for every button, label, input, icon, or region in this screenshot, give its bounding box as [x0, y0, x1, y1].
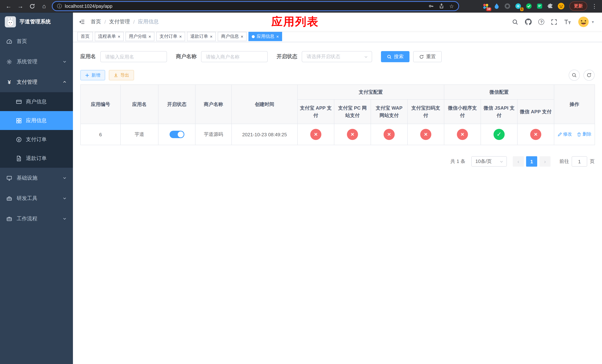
tab-label: 流程表单: [98, 33, 116, 40]
tab-process-form[interactable]: 流程表单 ×: [95, 32, 124, 41]
tab-close-icon[interactable]: ×: [241, 34, 243, 39]
share-icon[interactable]: [439, 3, 444, 9]
extensions-puzzle-icon[interactable]: [547, 2, 554, 10]
extension-green-square-icon[interactable]: [536, 2, 543, 10]
refresh-table-button[interactable]: [583, 70, 595, 81]
next-page-button[interactable]: ›: [539, 156, 550, 167]
tab-user-group[interactable]: 用户分组 ×: [126, 32, 154, 41]
sidebar-item-refund-orders[interactable]: 退款订单: [0, 149, 73, 168]
prev-page-button[interactable]: ‹: [513, 156, 524, 167]
merchant-name-input[interactable]: [201, 51, 268, 62]
chevron-up-icon: [63, 80, 67, 84]
navbar-actions: ? ▾: [509, 13, 602, 31]
table-toolbar: 新增 导出: [80, 70, 595, 81]
pagination-jumper: 前往 页: [559, 156, 595, 167]
green-note-icon: [536, 3, 543, 9]
sidebar-item-label: 退款订单: [26, 155, 47, 162]
sidebar-collapse-button[interactable]: [73, 13, 91, 31]
col-app-id: 应用编号: [81, 85, 120, 124]
tab-close-icon[interactable]: ×: [276, 34, 279, 39]
github-link[interactable]: [522, 13, 535, 31]
font-size-button[interactable]: [561, 13, 574, 31]
chevron-down-icon: [63, 196, 67, 200]
tab-pay-orders[interactable]: 支付订单 ×: [156, 32, 185, 41]
breadcrumb-section[interactable]: 支付管理: [109, 19, 130, 25]
add-button[interactable]: 新增: [80, 70, 105, 80]
sidebar-item-app-info[interactable]: 应用信息: [0, 111, 73, 130]
page-size-select[interactable]: 10条/页: [471, 156, 507, 167]
sidebar-item-pay-orders[interactable]: 支付订单: [0, 130, 73, 149]
help-button[interactable]: ?: [535, 13, 548, 31]
extension-colorful-icon[interactable]: 10: [482, 2, 489, 10]
refresh-icon: [586, 73, 592, 78]
sidebar-item-dev-tools[interactable]: 研发工具: [0, 188, 73, 208]
tab-close-icon[interactable]: ×: [210, 34, 213, 39]
sidebar-item-payment[interactable]: ¥ 支付管理: [0, 72, 73, 92]
extension-green-circle-icon[interactable]: [525, 2, 532, 10]
home-button[interactable]: ⌂: [39, 1, 49, 11]
extension-blue-icon[interactable]: [493, 2, 500, 10]
browser-menu-icon[interactable]: ⋮: [591, 3, 598, 10]
tab-app-info[interactable]: 应用信息 ×: [248, 32, 282, 41]
password-key-icon[interactable]: [429, 3, 434, 9]
sidebar-item-workflow[interactable]: 工作流程: [0, 208, 73, 229]
breadcrumb-home[interactable]: 首页: [91, 19, 101, 25]
reset-button[interactable]: 重置: [413, 51, 442, 62]
reload-icon: [29, 3, 35, 9]
chrome-update-button[interactable]: 更新: [570, 1, 587, 11]
status-toggle-on[interactable]: [169, 131, 184, 138]
sidebar-menu: 首页 系统管理 ¥ 支付管理: [0, 31, 73, 229]
bookmark-star-icon[interactable]: ☆: [449, 3, 454, 9]
goto-page-input[interactable]: [572, 156, 587, 167]
tab-close-icon[interactable]: ×: [149, 34, 151, 39]
app-name-input[interactable]: [100, 51, 167, 62]
sidebar-logo[interactable]: 芋道管理系统: [0, 13, 73, 31]
delete-button[interactable]: 删除: [577, 131, 591, 138]
blue-drop-icon: [493, 3, 500, 9]
search-button[interactable]: 搜索: [381, 51, 409, 62]
url-bar[interactable]: ⓘ localhost:1024/pay/app ☆: [52, 1, 459, 11]
sidebar-item-home[interactable]: 首页: [0, 31, 73, 52]
header-search-button[interactable]: [509, 13, 522, 31]
col-status: 开启状态: [158, 85, 195, 124]
extension-teal-icon[interactable]: 1: [514, 2, 522, 10]
extension-dark-icon[interactable]: [504, 2, 511, 10]
browser-profile-avatar[interactable]: [557, 2, 565, 10]
sidebar-item-merchant-info[interactable]: 商户信息: [0, 92, 73, 111]
annotation-app-list: 应用列表: [271, 14, 319, 30]
fullscreen-icon: [551, 19, 557, 25]
forward-button[interactable]: →: [16, 1, 25, 11]
tab-close-icon[interactable]: ×: [179, 34, 182, 39]
edit-button[interactable]: 修改: [557, 131, 572, 138]
fullscreen-button[interactable]: [548, 13, 561, 31]
breadcrumb-separator: /: [133, 19, 135, 25]
green-circle-check-icon: [526, 3, 532, 9]
cell-actions: 修改 删除: [554, 124, 595, 145]
check-circle-icon: ✓: [494, 129, 505, 140]
site-info-icon[interactable]: ⓘ: [57, 3, 62, 10]
omnibox-tools: ☆: [429, 3, 454, 9]
reload-button[interactable]: [27, 1, 37, 11]
page-size-value: 10条/页: [475, 158, 492, 165]
tab-home[interactable]: 首页: [77, 32, 93, 41]
user-avatar-menu[interactable]: ▾: [574, 16, 598, 27]
profile-smiley-icon: [557, 3, 564, 10]
sidebar-item-label: 支付订单: [26, 136, 47, 143]
tab-refund-orders[interactable]: 退款订单 ×: [187, 32, 216, 41]
page-number-button[interactable]: 1: [526, 156, 537, 167]
sidebar-item-system[interactable]: 系统管理: [0, 52, 73, 72]
toolbar-right: [569, 70, 595, 81]
back-button[interactable]: ←: [4, 1, 13, 11]
sidebar-item-infrastructure[interactable]: 基础设施: [0, 168, 73, 188]
export-button[interactable]: 导出: [109, 70, 134, 80]
tab-merchant-info[interactable]: 商户信息 ×: [218, 32, 247, 41]
sidebar-item-label: 支付管理: [17, 79, 58, 85]
refresh-icon: [419, 54, 424, 59]
gear-icon: [6, 59, 12, 65]
toggle-search-button[interactable]: [569, 70, 580, 81]
cell-alipay-scan: ×: [408, 124, 444, 145]
app-name-label: 应用名: [80, 53, 96, 60]
status-select[interactable]: 请选择开启状态: [302, 51, 372, 62]
tab-close-icon[interactable]: ×: [118, 34, 120, 39]
cell-app-id: 6: [81, 124, 120, 145]
